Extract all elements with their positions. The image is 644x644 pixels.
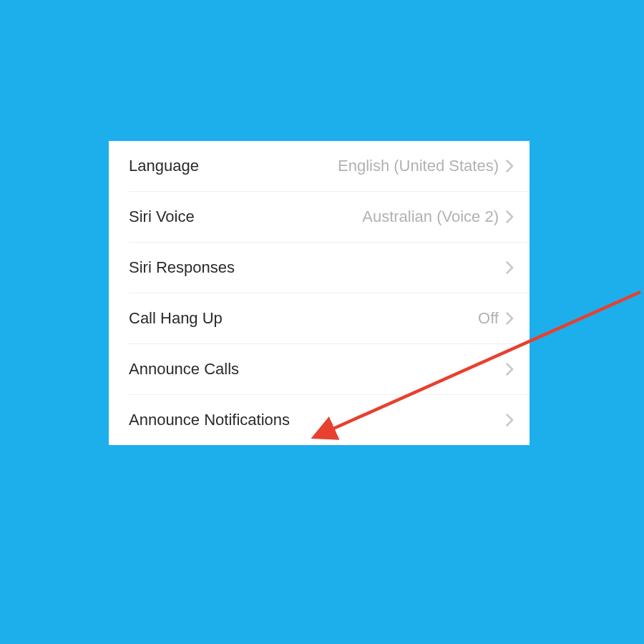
row-label: Language bbox=[129, 157, 199, 175]
row-right bbox=[499, 414, 514, 426]
row-call-hang-up[interactable]: Call Hang Up Off bbox=[109, 293, 530, 343]
chevron-right-icon bbox=[506, 312, 514, 325]
row-right: Australian (Voice 2) bbox=[362, 208, 514, 226]
chevron-right-icon bbox=[506, 210, 514, 223]
row-label: Siri Responses bbox=[129, 258, 235, 277]
row-label: Announce Notifications bbox=[129, 411, 290, 429]
row-siri-voice[interactable]: Siri Voice Australian (Voice 2) bbox=[109, 192, 530, 242]
row-language[interactable]: Language English (United States) bbox=[109, 141, 530, 191]
settings-panel: Language English (United States) Siri Vo… bbox=[109, 141, 530, 445]
row-label: Announce Calls bbox=[129, 360, 239, 379]
row-announce-notifications[interactable]: Announce Notifications bbox=[109, 395, 530, 445]
row-announce-calls[interactable]: Announce Calls bbox=[109, 344, 530, 394]
row-siri-responses[interactable]: Siri Responses bbox=[109, 243, 530, 293]
chevron-right-icon bbox=[506, 261, 514, 274]
chevron-right-icon bbox=[506, 160, 514, 172]
chevron-right-icon bbox=[506, 363, 514, 376]
row-value: Australian (Voice 2) bbox=[362, 208, 499, 226]
row-value: English (United States) bbox=[338, 157, 499, 175]
row-label: Call Hang Up bbox=[129, 309, 223, 328]
row-value: Off bbox=[478, 309, 499, 328]
chevron-right-icon bbox=[506, 414, 514, 426]
row-right: Off bbox=[478, 309, 514, 328]
row-right bbox=[499, 363, 514, 376]
row-right: English (United States) bbox=[338, 157, 514, 175]
row-label: Siri Voice bbox=[129, 208, 195, 226]
row-right bbox=[499, 261, 514, 274]
